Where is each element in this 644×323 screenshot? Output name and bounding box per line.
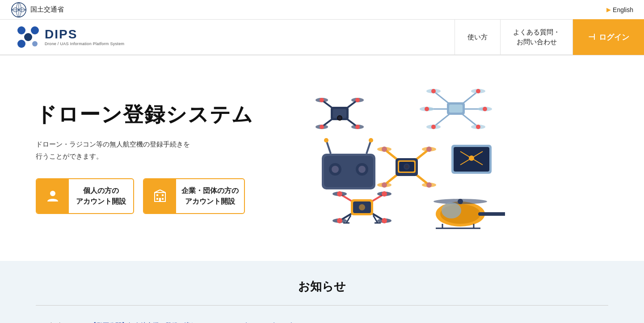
news-item: 2022/04/01 【動画公開】無人航空機の登録の流れについて（YouTube…	[0, 315, 644, 323]
hero-image	[286, 73, 509, 243]
svg-point-115	[442, 202, 461, 218]
top-bar: 国土交通省 ▶ English	[0, 0, 644, 20]
news-section: お知らせ 2022/04/01 【動画公開】無人航空機の登録の流れについて（Yo…	[0, 261, 644, 323]
mlit-org-name: 国土交通省	[30, 5, 64, 14]
hero-title: ドローン登録システム	[36, 102, 286, 127]
english-link[interactable]: ▶ English	[606, 6, 633, 13]
svg-point-74	[426, 147, 432, 152]
corporate-account-button[interactable]: 企業・団体の方の アカウント開設	[143, 178, 245, 214]
login-icon: ⊣	[588, 32, 595, 42]
svg-point-5	[17, 26, 25, 34]
hero-description: ドローン・ラジコン等の無人航空機の登録手続きを 行うことができます。	[36, 138, 286, 162]
news-divider	[36, 305, 608, 306]
svg-point-103	[359, 204, 365, 210]
corporate-btn-text: 企業・団体の方の アカウント開設	[176, 185, 244, 207]
svg-rect-15	[162, 198, 164, 200]
person-icon	[46, 189, 60, 203]
hero-buttons: 個人の方の アカウント開設	[36, 178, 286, 214]
svg-point-6	[31, 26, 39, 34]
dips-title: DIPS	[45, 28, 124, 41]
svg-point-60	[358, 166, 366, 173]
svg-point-28	[355, 98, 360, 102]
svg-rect-14	[156, 198, 158, 200]
svg-point-114	[458, 199, 463, 204]
dips-logo[interactable]: DIPS Drone / UAS Information Platform Sy…	[16, 25, 455, 49]
svg-point-100	[382, 218, 387, 223]
dips-text-block: DIPS Drone / UAS Information Platform Sy…	[45, 28, 124, 46]
svg-point-76	[426, 182, 432, 188]
nav-bar: DIPS Drone / UAS Information Platform Sy…	[0, 20, 644, 55]
dips-icon	[16, 25, 40, 49]
news-title: お知らせ	[0, 279, 644, 294]
svg-point-99	[337, 218, 342, 223]
svg-point-50	[483, 107, 487, 111]
nav-left: DIPS Drone / UAS Information Platform Sy…	[0, 25, 455, 49]
svg-point-48	[476, 89, 480, 93]
dips-subtitle: Drone / UAS Information Platform System	[45, 42, 124, 46]
svg-point-30	[355, 125, 360, 129]
faq-link[interactable]: よくある質問・お問い合わせ	[500, 19, 572, 55]
hero-section: ドローン登録システム ドローン・ラジコン等の無人航空機の登録手続きを 行うことが…	[0, 55, 644, 261]
svg-rect-12	[156, 194, 158, 196]
svg-point-64	[369, 138, 373, 143]
corporate-icon	[144, 179, 176, 213]
login-label: ログイン	[599, 32, 629, 42]
svg-point-51	[431, 125, 436, 129]
svg-point-47	[431, 89, 436, 93]
svg-point-7	[17, 40, 25, 48]
personal-btn-text: 個人の方の アカウント開設	[69, 185, 133, 207]
svg-point-34	[338, 116, 341, 120]
svg-point-10	[50, 191, 55, 196]
svg-rect-16	[159, 198, 161, 201]
svg-point-63	[324, 138, 328, 143]
nav-right: 使い方 よくある質問・お問い合わせ ⊣ ログイン	[455, 19, 644, 55]
login-button[interactable]: ⊣ ログイン	[572, 19, 644, 55]
svg-point-58	[332, 166, 339, 173]
personal-account-button[interactable]: 個人の方の アカウント開設	[36, 178, 134, 214]
drone-illustration	[290, 78, 505, 239]
svg-rect-110	[478, 212, 505, 216]
svg-point-8	[24, 33, 32, 41]
svg-point-29	[320, 125, 324, 129]
svg-point-49	[425, 107, 429, 111]
svg-point-9	[32, 41, 38, 46]
svg-rect-54	[449, 105, 463, 113]
building-icon	[153, 189, 167, 203]
svg-point-97	[337, 191, 342, 197]
personal-icon	[37, 179, 69, 213]
svg-point-27	[320, 98, 324, 102]
mlit-logo: 国土交通省	[11, 2, 64, 18]
svg-point-98	[382, 191, 387, 197]
svg-point-81	[405, 165, 408, 168]
hero-content: ドローン登録システム ドローン・ラジコン等の無人航空機の登録手続きを 行うことが…	[36, 102, 286, 214]
svg-point-88	[469, 155, 474, 161]
svg-rect-13	[162, 194, 164, 196]
english-label: English	[613, 6, 633, 13]
svg-point-52	[476, 125, 480, 129]
svg-point-75	[382, 182, 387, 188]
mlit-emblem-icon	[11, 2, 27, 18]
svg-point-73	[382, 147, 387, 152]
english-arrow-icon: ▶	[606, 6, 611, 13]
howto-link[interactable]: 使い方	[455, 19, 500, 55]
